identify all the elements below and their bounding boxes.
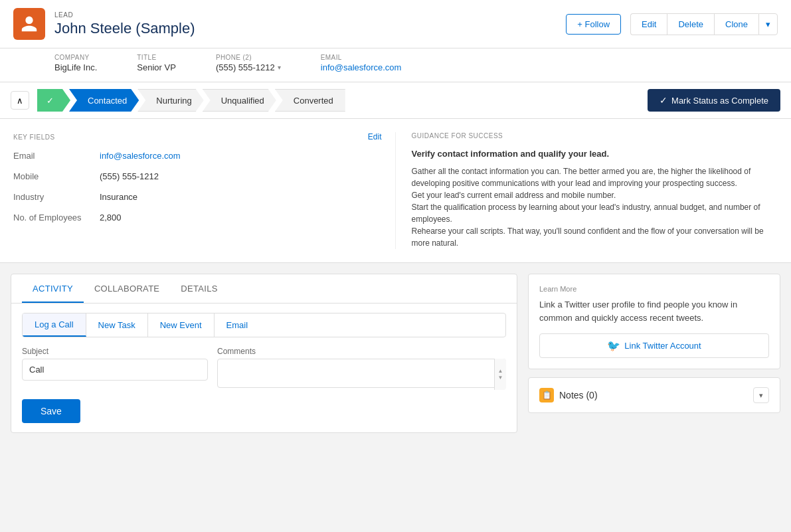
phone-dropdown-icon[interactable]: ▾: [278, 64, 281, 71]
notes-header: 📋 Notes (0) ▾: [529, 378, 780, 412]
employees-field-row: No. of Employees 2,800: [13, 213, 382, 222]
lead-icon: [13, 8, 45, 40]
company-label: COMPANY: [54, 54, 97, 61]
new-event-tab[interactable]: New Event: [148, 313, 215, 337]
bottom-section: ACTIVITY COLLABORATE DETAILS Log a Call …: [0, 263, 791, 444]
title-value: Senior VP: [137, 62, 176, 72]
meta-row: COMPANY BigLife Inc. TITLE Senior VP PHO…: [0, 48, 791, 82]
notes-icon: 📋: [539, 388, 554, 402]
industry-field-row: Industry Insurance: [13, 192, 382, 202]
textarea-resize-handle[interactable]: ▲ ▼: [494, 359, 506, 390]
log-call-form: Subject Comments ▲ ▼: [22, 347, 506, 390]
tab-details[interactable]: DETAILS: [170, 274, 228, 303]
status-bar: ∧ ✓ Contacted Nurturing Unqualified Conv…: [0, 82, 791, 118]
edit-button[interactable]: Edit: [630, 13, 667, 35]
guidance-heading: Verify contact information and qualify y…: [412, 149, 778, 159]
more-actions-button[interactable]: ▾: [758, 13, 778, 35]
mobile-field-label: Mobile: [13, 171, 93, 181]
tab-activity[interactable]: ACTIVITY: [22, 274, 84, 303]
phone-value-row: (555) 555-1212 ▾: [216, 62, 281, 72]
status-section: ∧ ✓ Contacted Nurturing Unqualified Conv…: [0, 82, 791, 119]
stage-nurturing[interactable]: Nurturing: [137, 89, 203, 112]
company-value: BigLife Inc.: [54, 62, 97, 72]
guidance-body: Gather all the contact information you c…: [412, 165, 778, 249]
notes-title-label: Notes (0): [559, 390, 598, 400]
lead-info: LEAD John Steele (Sample): [54, 11, 557, 37]
twitter-card: Learn More Link a Twitter user profile t…: [528, 274, 780, 369]
comments-textarea-wrap: ▲ ▼: [217, 359, 506, 390]
right-panel: Learn More Link a Twitter user profile t…: [528, 274, 780, 433]
email-field-value[interactable]: info@salesforce.com: [100, 151, 181, 161]
stage-check[interactable]: ✓: [37, 89, 70, 112]
notes-title: 📋 Notes (0): [539, 388, 598, 402]
industry-field-label: Industry: [13, 192, 93, 202]
email-field-label: Email: [13, 151, 93, 161]
checkmark-icon: ✓: [659, 95, 667, 106]
key-fields-panel: KEY FIELDS Edit Email info@salesforce.co…: [13, 132, 396, 249]
phone-field: PHONE (2) (555) 555-1212 ▾: [216, 54, 281, 72]
email-value[interactable]: info@salesforce.com: [321, 62, 402, 72]
guidance-panel: GUIDANCE FOR SUCCESS Verify contact info…: [396, 132, 778, 249]
email-label: EMAIL: [321, 54, 402, 61]
key-fields-edit-link[interactable]: Edit: [368, 132, 382, 141]
notes-card: 📋 Notes (0) ▾: [528, 377, 780, 413]
collapse-button[interactable]: ∧: [11, 91, 29, 110]
record-type-label: LEAD: [54, 11, 557, 19]
comments-label: Comments: [217, 347, 506, 356]
notes-collapse-button[interactable]: ▾: [753, 387, 769, 403]
subject-group: Subject: [22, 347, 208, 381]
phone-value: (555) 555-1212: [216, 62, 275, 72]
key-fields-title: KEY FIELDS Edit: [13, 132, 382, 141]
mobile-field-value: (555) 555-1212: [100, 171, 159, 181]
twitter-icon: 🐦: [607, 339, 620, 352]
new-task-tab[interactable]: New Task: [86, 313, 148, 337]
subject-input[interactable]: [22, 359, 208, 381]
link-twitter-button[interactable]: 🐦 Link Twitter Account: [539, 333, 769, 358]
log-call-tab[interactable]: Log a Call: [23, 313, 86, 337]
save-button[interactable]: Save: [22, 399, 80, 423]
page-header: LEAD John Steele (Sample) + Follow Edit …: [0, 0, 791, 48]
content-grid: KEY FIELDS Edit Email info@salesforce.co…: [0, 119, 791, 262]
main-tabs: ACTIVITY COLLABORATE DETAILS: [11, 274, 517, 304]
stage-unqualified[interactable]: Unqualified: [203, 89, 276, 112]
email-tab[interactable]: Email: [215, 313, 260, 337]
action-buttons: Edit Delete Clone ▾: [630, 13, 778, 35]
stage-converted[interactable]: Converted: [275, 89, 345, 112]
subject-label: Subject: [22, 347, 208, 356]
title-field: TITLE Senior VP: [137, 54, 176, 72]
clone-button[interactable]: Clone: [714, 13, 758, 35]
title-label: TITLE: [137, 54, 176, 61]
twitter-desc: Link a Twitter user profile to find peop…: [539, 298, 769, 324]
tab-collaborate[interactable]: COLLABORATE: [84, 274, 170, 303]
activity-panel: ACTIVITY COLLABORATE DETAILS Log a Call …: [11, 274, 517, 433]
comments-input[interactable]: [217, 359, 506, 388]
mark-status-complete-button[interactable]: ✓ Mark Status as Complete: [648, 89, 780, 112]
email-field: EMAIL info@salesforce.com: [321, 54, 402, 72]
company-field: COMPANY BigLife Inc.: [54, 54, 97, 72]
record-name: John Steele (Sample): [54, 20, 557, 37]
action-tabs: Log a Call New Task New Event Email: [22, 313, 506, 337]
main-content: KEY FIELDS Edit Email info@salesforce.co…: [0, 119, 791, 263]
activity-content: Log a Call New Task New Event Email Subj…: [11, 304, 517, 432]
learn-more-label: Learn More: [539, 285, 769, 293]
person-icon: [20, 15, 39, 33]
mobile-field-row: Mobile (555) 555-1212: [13, 171, 382, 181]
phone-label: PHONE (2): [216, 54, 281, 61]
delete-button[interactable]: Delete: [667, 13, 714, 35]
employees-field-value: 2,800: [100, 213, 122, 222]
stage-contacted[interactable]: Contacted: [69, 89, 139, 112]
follow-button[interactable]: + Follow: [566, 14, 621, 35]
resize-up-arrow: ▲: [498, 369, 503, 374]
guidance-title: GUIDANCE FOR SUCCESS: [412, 132, 778, 139]
employees-field-label: No. of Employees: [13, 213, 93, 222]
email-field-row: Email info@salesforce.com: [13, 151, 382, 161]
link-twitter-label: Link Twitter Account: [624, 341, 701, 351]
resize-down-arrow: ▼: [498, 375, 503, 381]
stage-steps: ✓ Contacted Nurturing Unqualified Conver…: [37, 89, 640, 112]
industry-field-value: Insurance: [100, 192, 137, 202]
comments-group: Comments ▲ ▼: [217, 347, 506, 390]
mark-status-label: Mark Status as Complete: [671, 96, 768, 106]
